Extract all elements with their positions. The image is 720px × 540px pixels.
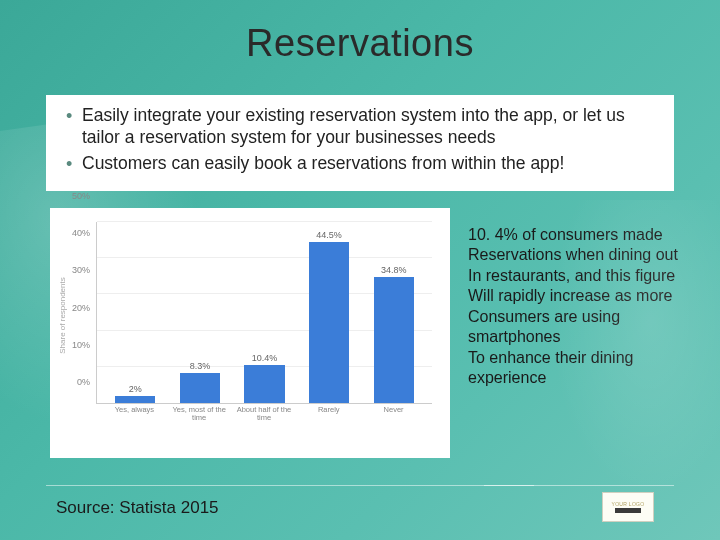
chart-container: Share of respondents 0% 10% 20% 30% 40% … — [50, 208, 450, 458]
bar — [309, 242, 349, 403]
y-tick: 40% — [60, 228, 90, 238]
bullet-item: Easily integrate your existing reservati… — [60, 105, 660, 149]
bar — [244, 365, 284, 403]
y-tick: 50% — [60, 191, 90, 201]
bar-group: 8.3% — [168, 222, 233, 403]
logo-text: YOUR LOGO — [612, 501, 645, 507]
side-caption: 10. 4% of consumers made Reservations wh… — [468, 225, 686, 389]
y-axis: Share of respondents 0% 10% 20% 30% 40% … — [60, 218, 90, 404]
bar — [180, 373, 220, 403]
bar-group: 2% — [103, 222, 168, 403]
x-tick: Rarely — [296, 406, 361, 423]
bullet-panel: Easily integrate your existing reservati… — [46, 95, 674, 191]
x-axis: Yes, always Yes, most of the time About … — [96, 406, 432, 423]
x-tick: Never — [361, 406, 426, 423]
bar-value-label: 2% — [129, 384, 142, 394]
bar-value-label: 44.5% — [316, 230, 342, 240]
bar — [115, 396, 155, 403]
bar-group: 34.8% — [361, 222, 426, 403]
bar-value-label: 8.3% — [190, 361, 211, 371]
bar-group: 44.5% — [297, 222, 362, 403]
logo-bar-icon — [615, 508, 641, 513]
y-tick: 30% — [60, 265, 90, 275]
bars: 2% 8.3% 10.4% 44.5% 34.8% — [97, 222, 432, 403]
logo-placeholder: YOUR LOGO — [602, 492, 654, 522]
source-label: Source: Statista 2015 — [56, 498, 219, 518]
y-tick: 20% — [60, 303, 90, 313]
x-tick: Yes, most of the time — [167, 406, 232, 423]
page-title: Reservations — [0, 0, 720, 65]
bar-group: 10.4% — [232, 222, 297, 403]
x-tick: About half of the time — [232, 406, 297, 423]
bar-value-label: 10.4% — [252, 353, 278, 363]
footer-divider — [46, 485, 674, 486]
bar — [374, 277, 414, 403]
bullet-item: Customers can easily book a reservations… — [60, 153, 660, 175]
bar-chart: Share of respondents 0% 10% 20% 30% 40% … — [56, 218, 440, 428]
bar-value-label: 34.8% — [381, 265, 407, 275]
x-tick: Yes, always — [102, 406, 167, 423]
bullet-list: Easily integrate your existing reservati… — [60, 105, 660, 175]
y-tick: 0% — [60, 377, 90, 387]
plot-area: 2% 8.3% 10.4% 44.5% 34.8% — [96, 222, 432, 404]
y-tick: 10% — [60, 340, 90, 350]
